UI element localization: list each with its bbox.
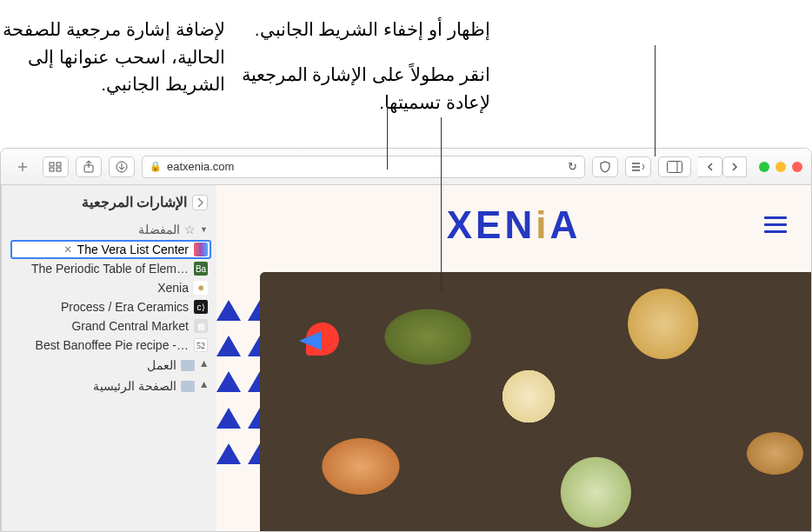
window-minimize-button[interactable] — [775, 162, 786, 172]
callout-show-hide-sidebar: إظهار أو إخفاء الشريط الجانبي. — [238, 16, 490, 43]
bookmark-label: Xenia — [157, 281, 189, 295]
bookmark-label: Best Banoffee Pie recipe -… — [36, 338, 189, 352]
nav-back-button[interactable] — [722, 156, 747, 177]
page-content: XENiA — [216, 185, 811, 531]
favicon: 52 — [194, 338, 208, 352]
hero-section — [216, 265, 811, 531]
callout-longpress-rename: انقر مطولاً على الإشارة المرجعية لإعادة … — [238, 61, 490, 116]
bookmark-label: The Periodic Table of Elem… — [31, 262, 189, 276]
window-maximize-button[interactable] — [759, 162, 769, 172]
hamburger-menu-button[interactable] — [764, 216, 787, 233]
favicon: ▦ — [194, 319, 208, 333]
disclosure-triangle-icon: ▼ — [200, 225, 208, 234]
toolbar: 🔒 eatxenia.com ↻ — [1, 149, 811, 185]
safari-window: 🔒 eatxenia.com ↻ الإشارات المرجعية — [0, 148, 812, 532]
tabs-button[interactable] — [43, 156, 69, 177]
disclosure-triangle-icon: ▶ — [199, 361, 208, 369]
folder-label: العمل — [147, 358, 176, 372]
bookmark-list: The Vera List Center✕BaThe Periodic Tabl… — [2, 240, 216, 355]
svg-rect-0 — [668, 161, 682, 172]
favicon — [194, 243, 208, 256]
svg-rect-10 — [57, 168, 61, 171]
callout-line — [441, 117, 442, 291]
downloads-button[interactable] — [109, 156, 135, 177]
bookmark-item[interactable]: 52Best Banoffee Pie recipe -… — [10, 336, 211, 355]
lock-icon: 🔒 — [150, 161, 162, 172]
privacy-report-button[interactable] — [592, 156, 618, 177]
svg-rect-9 — [50, 168, 54, 171]
bookmark-item[interactable]: ✸Xenia — [10, 278, 211, 297]
svg-rect-7 — [50, 163, 54, 166]
hero-image — [260, 272, 811, 531]
share-button[interactable] — [76, 156, 102, 177]
favorites-label: المفضلة — [138, 223, 180, 236]
disclosure-triangle-icon: ▶ — [199, 382, 208, 390]
reload-icon[interactable]: ↻ — [568, 160, 577, 173]
sidebar-title: الإشارات المرجعية — [82, 194, 187, 210]
url-text: eatxenia.com — [167, 160, 234, 173]
window-close-button[interactable] — [792, 162, 802, 172]
folder-label: الصفحة الرئيسية — [93, 379, 176, 393]
bookmark-folder[interactable]: ▶العمل — [2, 355, 216, 376]
bird-illustration — [299, 316, 347, 363]
bookmarks-sidebar: الإشارات المرجعية ▼ ☆ المفضلة The Vera L… — [1, 185, 216, 531]
reader-button[interactable] — [625, 156, 651, 177]
clear-icon[interactable]: ✕ — [60, 243, 72, 256]
folder-icon — [181, 381, 195, 392]
favorites-group-header[interactable]: ▼ ☆ المفضلة — [2, 217, 216, 240]
favicon: Ba — [194, 262, 208, 276]
star-icon: ☆ — [184, 223, 196, 236]
bookmark-item[interactable]: ⟨cProcess / Era Ceramics — [10, 297, 211, 316]
bookmark-label: Process / Era Ceramics — [61, 300, 189, 314]
svg-rect-8 — [57, 163, 61, 166]
folder-icon — [181, 360, 195, 371]
favicon: ⟨c — [194, 300, 208, 314]
sidebar-toggle-button[interactable] — [658, 156, 691, 177]
bookmark-folder[interactable]: ▶الصفحة الرئيسية — [2, 376, 216, 396]
new-tab-button[interactable] — [10, 156, 36, 177]
bookmark-label: Grand Central Market — [71, 319, 189, 333]
bookmark-item[interactable]: The Vera List Center✕ — [10, 240, 211, 259]
bookmark-label: The Vera List Center — [77, 243, 189, 256]
callout-drag-bookmark: لإضافة إشارة مرجعية للصفحة الحالية، اسحب… — [0, 16, 225, 98]
site-logo[interactable]: XENiA — [447, 203, 582, 247]
favicon: ✸ — [194, 281, 208, 295]
nav-forward-button[interactable] — [698, 156, 722, 177]
callout-line — [655, 45, 656, 156]
address-bar[interactable]: 🔒 eatxenia.com ↻ — [142, 156, 585, 178]
bookmark-item[interactable]: ▦Grand Central Market — [10, 316, 211, 336]
bookmark-item[interactable]: BaThe Periodic Table of Elem… — [10, 259, 211, 278]
callout-line — [387, 104, 388, 170]
sidebar-back-button[interactable] — [192, 195, 208, 210]
